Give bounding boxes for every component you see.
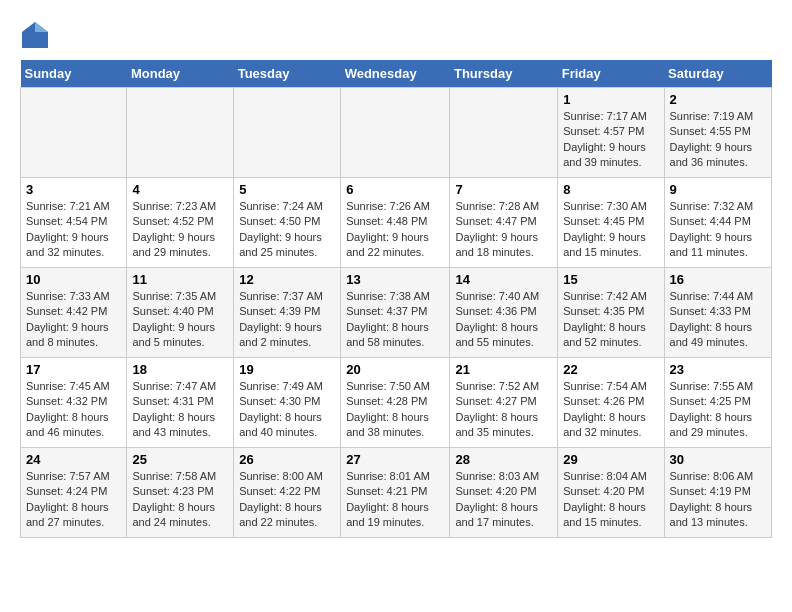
calendar-cell: 6Sunrise: 7:26 AMSunset: 4:48 PMDaylight… — [341, 178, 450, 268]
calendar-cell — [450, 88, 558, 178]
calendar-cell: 24Sunrise: 7:57 AMSunset: 4:24 PMDayligh… — [21, 448, 127, 538]
day-number: 10 — [26, 272, 121, 287]
calendar-cell: 10Sunrise: 7:33 AMSunset: 4:42 PMDayligh… — [21, 268, 127, 358]
day-info: Sunrise: 7:45 AMSunset: 4:32 PMDaylight:… — [26, 379, 121, 441]
day-info: Sunrise: 7:58 AMSunset: 4:23 PMDaylight:… — [132, 469, 228, 531]
day-number: 1 — [563, 92, 658, 107]
calendar-cell: 18Sunrise: 7:47 AMSunset: 4:31 PMDayligh… — [127, 358, 234, 448]
week-row-2: 10Sunrise: 7:33 AMSunset: 4:42 PMDayligh… — [21, 268, 772, 358]
day-info: Sunrise: 7:30 AMSunset: 4:45 PMDaylight:… — [563, 199, 658, 261]
day-number: 30 — [670, 452, 766, 467]
logo — [20, 20, 54, 50]
day-info: Sunrise: 8:04 AMSunset: 4:20 PMDaylight:… — [563, 469, 658, 531]
day-number: 4 — [132, 182, 228, 197]
day-number: 6 — [346, 182, 444, 197]
calendar-cell: 9Sunrise: 7:32 AMSunset: 4:44 PMDaylight… — [664, 178, 771, 268]
day-number: 15 — [563, 272, 658, 287]
day-info: Sunrise: 7:52 AMSunset: 4:27 PMDaylight:… — [455, 379, 552, 441]
day-number: 20 — [346, 362, 444, 377]
day-number: 7 — [455, 182, 552, 197]
day-number: 25 — [132, 452, 228, 467]
day-number: 27 — [346, 452, 444, 467]
day-number: 3 — [26, 182, 121, 197]
day-number: 13 — [346, 272, 444, 287]
day-number: 19 — [239, 362, 335, 377]
day-info: Sunrise: 7:21 AMSunset: 4:54 PMDaylight:… — [26, 199, 121, 261]
day-info: Sunrise: 7:54 AMSunset: 4:26 PMDaylight:… — [563, 379, 658, 441]
day-number: 22 — [563, 362, 658, 377]
day-info: Sunrise: 7:49 AMSunset: 4:30 PMDaylight:… — [239, 379, 335, 441]
week-row-4: 24Sunrise: 7:57 AMSunset: 4:24 PMDayligh… — [21, 448, 772, 538]
calendar-table: SundayMondayTuesdayWednesdayThursdayFrid… — [20, 60, 772, 538]
calendar-cell: 11Sunrise: 7:35 AMSunset: 4:40 PMDayligh… — [127, 268, 234, 358]
calendar-cell: 25Sunrise: 7:58 AMSunset: 4:23 PMDayligh… — [127, 448, 234, 538]
day-number: 5 — [239, 182, 335, 197]
calendar-cell: 19Sunrise: 7:49 AMSunset: 4:30 PMDayligh… — [234, 358, 341, 448]
day-number: 9 — [670, 182, 766, 197]
calendar-cell: 13Sunrise: 7:38 AMSunset: 4:37 PMDayligh… — [341, 268, 450, 358]
calendar-cell: 15Sunrise: 7:42 AMSunset: 4:35 PMDayligh… — [558, 268, 664, 358]
day-info: Sunrise: 7:28 AMSunset: 4:47 PMDaylight:… — [455, 199, 552, 261]
day-info: Sunrise: 8:03 AMSunset: 4:20 PMDaylight:… — [455, 469, 552, 531]
day-info: Sunrise: 7:47 AMSunset: 4:31 PMDaylight:… — [132, 379, 228, 441]
logo-icon — [20, 20, 50, 50]
day-info: Sunrise: 7:17 AMSunset: 4:57 PMDaylight:… — [563, 109, 658, 171]
weekday-header-wednesday: Wednesday — [341, 60, 450, 88]
week-row-3: 17Sunrise: 7:45 AMSunset: 4:32 PMDayligh… — [21, 358, 772, 448]
calendar-cell: 20Sunrise: 7:50 AMSunset: 4:28 PMDayligh… — [341, 358, 450, 448]
weekday-header-tuesday: Tuesday — [234, 60, 341, 88]
day-number: 29 — [563, 452, 658, 467]
day-number: 18 — [132, 362, 228, 377]
day-info: Sunrise: 7:40 AMSunset: 4:36 PMDaylight:… — [455, 289, 552, 351]
calendar-cell: 27Sunrise: 8:01 AMSunset: 4:21 PMDayligh… — [341, 448, 450, 538]
calendar-cell: 28Sunrise: 8:03 AMSunset: 4:20 PMDayligh… — [450, 448, 558, 538]
day-info: Sunrise: 7:57 AMSunset: 4:24 PMDaylight:… — [26, 469, 121, 531]
day-number: 16 — [670, 272, 766, 287]
day-info: Sunrise: 7:44 AMSunset: 4:33 PMDaylight:… — [670, 289, 766, 351]
day-number: 24 — [26, 452, 121, 467]
weekday-header-saturday: Saturday — [664, 60, 771, 88]
day-number: 8 — [563, 182, 658, 197]
weekday-header-friday: Friday — [558, 60, 664, 88]
week-row-1: 3Sunrise: 7:21 AMSunset: 4:54 PMDaylight… — [21, 178, 772, 268]
calendar-cell — [341, 88, 450, 178]
day-info: Sunrise: 7:32 AMSunset: 4:44 PMDaylight:… — [670, 199, 766, 261]
day-info: Sunrise: 8:06 AMSunset: 4:19 PMDaylight:… — [670, 469, 766, 531]
day-number: 28 — [455, 452, 552, 467]
calendar-cell: 16Sunrise: 7:44 AMSunset: 4:33 PMDayligh… — [664, 268, 771, 358]
calendar-cell: 22Sunrise: 7:54 AMSunset: 4:26 PMDayligh… — [558, 358, 664, 448]
calendar-cell: 30Sunrise: 8:06 AMSunset: 4:19 PMDayligh… — [664, 448, 771, 538]
day-info: Sunrise: 7:50 AMSunset: 4:28 PMDaylight:… — [346, 379, 444, 441]
calendar-cell — [21, 88, 127, 178]
day-info: Sunrise: 8:01 AMSunset: 4:21 PMDaylight:… — [346, 469, 444, 531]
day-info: Sunrise: 7:24 AMSunset: 4:50 PMDaylight:… — [239, 199, 335, 261]
day-number: 11 — [132, 272, 228, 287]
calendar-cell: 1Sunrise: 7:17 AMSunset: 4:57 PMDaylight… — [558, 88, 664, 178]
day-number: 23 — [670, 362, 766, 377]
day-info: Sunrise: 7:23 AMSunset: 4:52 PMDaylight:… — [132, 199, 228, 261]
weekday-header-monday: Monday — [127, 60, 234, 88]
day-info: Sunrise: 7:38 AMSunset: 4:37 PMDaylight:… — [346, 289, 444, 351]
calendar-cell — [127, 88, 234, 178]
calendar-cell: 21Sunrise: 7:52 AMSunset: 4:27 PMDayligh… — [450, 358, 558, 448]
calendar-cell: 3Sunrise: 7:21 AMSunset: 4:54 PMDaylight… — [21, 178, 127, 268]
day-info: Sunrise: 7:33 AMSunset: 4:42 PMDaylight:… — [26, 289, 121, 351]
calendar-cell: 14Sunrise: 7:40 AMSunset: 4:36 PMDayligh… — [450, 268, 558, 358]
calendar-cell: 7Sunrise: 7:28 AMSunset: 4:47 PMDaylight… — [450, 178, 558, 268]
day-info: Sunrise: 7:35 AMSunset: 4:40 PMDaylight:… — [132, 289, 228, 351]
weekday-header-row: SundayMondayTuesdayWednesdayThursdayFrid… — [21, 60, 772, 88]
calendar-cell: 23Sunrise: 7:55 AMSunset: 4:25 PMDayligh… — [664, 358, 771, 448]
day-info: Sunrise: 7:19 AMSunset: 4:55 PMDaylight:… — [670, 109, 766, 171]
calendar-cell: 8Sunrise: 7:30 AMSunset: 4:45 PMDaylight… — [558, 178, 664, 268]
calendar-cell: 4Sunrise: 7:23 AMSunset: 4:52 PMDaylight… — [127, 178, 234, 268]
day-info: Sunrise: 7:26 AMSunset: 4:48 PMDaylight:… — [346, 199, 444, 261]
calendar-cell: 17Sunrise: 7:45 AMSunset: 4:32 PMDayligh… — [21, 358, 127, 448]
day-number: 2 — [670, 92, 766, 107]
day-info: Sunrise: 7:55 AMSunset: 4:25 PMDaylight:… — [670, 379, 766, 441]
week-row-0: 1Sunrise: 7:17 AMSunset: 4:57 PMDaylight… — [21, 88, 772, 178]
day-info: Sunrise: 8:00 AMSunset: 4:22 PMDaylight:… — [239, 469, 335, 531]
day-info: Sunrise: 7:42 AMSunset: 4:35 PMDaylight:… — [563, 289, 658, 351]
weekday-header-thursday: Thursday — [450, 60, 558, 88]
calendar-cell: 26Sunrise: 8:00 AMSunset: 4:22 PMDayligh… — [234, 448, 341, 538]
day-number: 17 — [26, 362, 121, 377]
